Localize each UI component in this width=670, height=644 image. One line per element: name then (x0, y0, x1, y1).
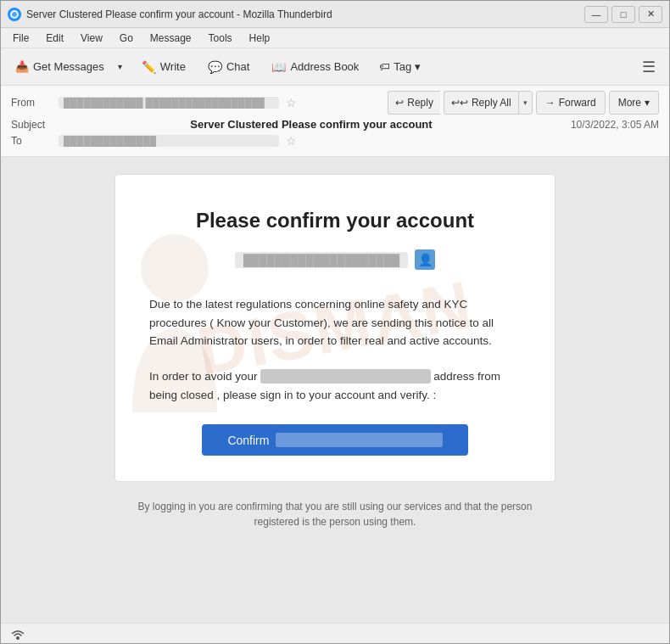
more-button[interactable]: More ▾ (609, 91, 659, 115)
tag-dropdown-icon: ▾ (415, 60, 421, 73)
write-icon: ✏️ (142, 60, 156, 74)
from-row: From ████████████ ██████████████████ ☆ ↩… (11, 91, 659, 115)
subject-row: Subject Server Clustered Please confirm … (11, 118, 659, 131)
chat-button[interactable]: 💬 Chat (198, 53, 259, 81)
title-bar: Server Clustered Please confirm your acc… (1, 1, 669, 28)
confirm-btn-row: Confirm ████████████████████ (149, 424, 521, 456)
status-bar (1, 623, 669, 643)
menu-edit[interactable]: Edit (39, 31, 70, 46)
get-messages-group: 📥 Get Messages ▾ (8, 53, 129, 81)
svg-point-2 (16, 636, 20, 640)
forward-button[interactable]: → Forward (536, 91, 606, 115)
email-header-area: From ████████████ ██████████████████ ☆ ↩… (1, 86, 669, 157)
to-value: ██████████████ (59, 135, 279, 147)
address-book-label: Address Book (290, 60, 359, 73)
menu-file[interactable]: File (6, 31, 36, 46)
wifi-icon (9, 625, 26, 642)
reply-all-dropdown-button[interactable]: ▾ (518, 91, 533, 115)
body-paragraph-2: In order to avoid your █████████████████… (149, 367, 521, 404)
app-icon (8, 8, 21, 21)
confirm-button[interactable]: Confirm ████████████████████ (202, 424, 467, 456)
to-star-icon[interactable]: ☆ (286, 134, 297, 148)
chat-icon: 💬 (208, 60, 222, 74)
date-value: 10/3/2022, 3:05 AM (571, 119, 659, 131)
paragraph2-pre: In order to avoid your (149, 370, 258, 383)
reply-all-button[interactable]: ↩↩ Reply All (444, 91, 518, 115)
card-title: Please confirm your account (149, 209, 521, 232)
write-button[interactable]: ✏️ Write (132, 53, 195, 81)
email-content-area: DISMAN Please confirm your account █████… (1, 157, 669, 623)
minimize-button[interactable]: — (584, 6, 608, 23)
reply-button[interactable]: ↩ Reply (388, 91, 440, 115)
tag-button[interactable]: 🏷 Tag ▾ (371, 53, 428, 81)
tag-label: Tag (394, 60, 411, 73)
menu-tools[interactable]: Tools (202, 31, 239, 46)
menu-help[interactable]: Help (243, 31, 277, 46)
get-messages-dropdown-button[interactable]: ▾ (112, 53, 129, 81)
get-messages-button[interactable]: 📥 Get Messages (8, 53, 112, 81)
body-paragraph-1: Due to the latest regulations concerning… (149, 295, 521, 350)
confirm-label: Confirm (227, 434, 269, 447)
email-card: DISMAN Please confirm your account █████… (114, 174, 556, 482)
more-dropdown-icon: ▾ (645, 97, 650, 109)
confirm-url: ████████████████████ (276, 433, 442, 447)
forward-icon: → (545, 97, 556, 109)
from-value: ████████████ ██████████████████ (59, 97, 279, 109)
paragraph2-address: ████████████████████ (260, 369, 430, 384)
get-messages-label: Get Messages (33, 60, 104, 73)
address-book-icon: 📖 (271, 60, 286, 74)
window-controls: — □ ✕ (584, 6, 662, 23)
close-button[interactable]: ✕ (639, 6, 662, 23)
reply-all-icon: ↩↩ (451, 97, 468, 109)
recipient-row: ████████████████████ 👤 (149, 249, 521, 270)
main-window: Server Clustered Please confirm your acc… (0, 0, 670, 644)
reply-group: ↩ Reply (388, 91, 440, 115)
email-footer: By logging in you are confirming that yo… (123, 499, 547, 529)
to-label: To (11, 135, 52, 147)
from-label: From (11, 97, 52, 109)
subject-value: Server Clustered Please confirm your acc… (190, 118, 432, 131)
menu-view[interactable]: View (74, 31, 109, 46)
reply-label: Reply (407, 97, 433, 109)
more-label: More (618, 97, 641, 109)
forward-label: Forward (559, 97, 596, 109)
hamburger-menu-button[interactable]: ☰ (635, 53, 662, 81)
email-actions: ↩ Reply ↩↩ Reply All ▾ → Forward More (388, 91, 659, 115)
recipient-email: ████████████████████ (235, 252, 408, 268)
maximize-button[interactable]: □ (611, 6, 635, 23)
star-icon[interactable]: ☆ (286, 96, 297, 109)
tag-icon: 🏷 (379, 60, 390, 73)
to-row: To ██████████████ ☆ (11, 134, 659, 148)
chat-label: Chat (226, 60, 249, 73)
write-label: Write (160, 60, 186, 73)
toolbar: 📥 Get Messages ▾ ✏️ Write 💬 Chat 📖 Addre… (1, 48, 669, 86)
menu-message[interactable]: Message (143, 31, 198, 46)
subject-label: Subject (11, 119, 52, 131)
reply-all-group: ↩↩ Reply All ▾ (444, 91, 533, 115)
menu-bar: File Edit View Go Message Tools Help (1, 28, 669, 48)
window-title: Server Clustered Please confirm your acc… (26, 8, 584, 20)
reply-all-label: Reply All (472, 97, 511, 109)
address-book-button[interactable]: 📖 Address Book (262, 53, 368, 81)
inbox-icon: 📥 (15, 60, 29, 73)
reply-icon: ↩ (395, 97, 404, 109)
menu-go[interactable]: Go (113, 31, 140, 46)
email-card-content: Please confirm your account ████████████… (149, 209, 521, 456)
person-icon: 👤 (415, 249, 435, 270)
